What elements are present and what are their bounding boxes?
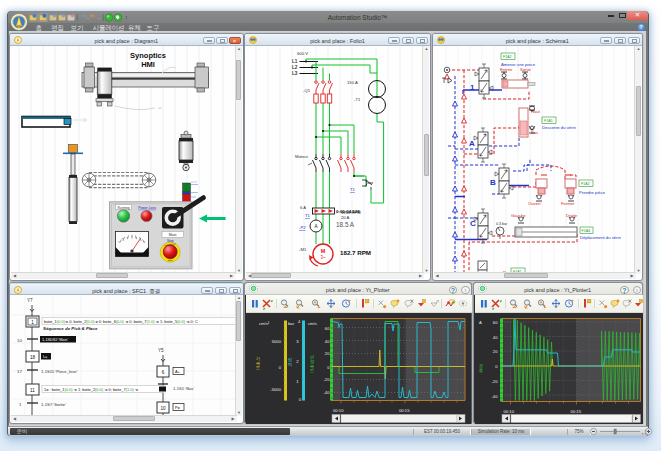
svg-text:6 A: 6 A xyxy=(300,205,306,210)
svg-text:3~: 3~ xyxy=(320,255,326,260)
svg-text:1: 1 xyxy=(470,83,475,92)
svg-text:00:15: 00:15 xyxy=(399,408,410,413)
svg-text:40: 40 xyxy=(325,338,330,343)
svg-text:L3: L3 xyxy=(292,71,298,76)
svg-text:A: A xyxy=(479,320,482,325)
svg-text:40: 40 xyxy=(492,334,497,339)
svg-text:F1A4: F1A4 xyxy=(581,229,590,233)
svg-text:60: 60 xyxy=(325,326,330,331)
svg-text:-T1: -T1 xyxy=(354,97,361,102)
svg-text:20 A: 20 A xyxy=(341,215,350,220)
svg-text:Ouvert: Ouvert xyxy=(528,201,541,206)
svg-text:18.5 A: 18.5 A xyxy=(336,221,355,228)
svg-text:20: 20 xyxy=(492,349,497,354)
svg-text:6: 6 xyxy=(162,369,165,374)
svg-text:Séquence de Pick & Place: Séquence de Pick & Place xyxy=(43,325,98,330)
svg-text:Fermer: Fermer xyxy=(561,201,575,206)
svg-text:Y5: Y5 xyxy=(158,348,164,353)
svg-text:0.3 bar: 0.3 bar xyxy=(496,222,508,226)
svg-text:1-1S11:'Piece_leve': 1-1S11:'Piece_leve' xyxy=(41,368,78,373)
svg-text:Entrée: Entrée xyxy=(500,67,513,72)
svg-text:Moteur: Moteur xyxy=(295,154,309,159)
svg-text:Synoptics: Synoptics xyxy=(130,51,166,60)
svg-text:P=: P= xyxy=(175,405,181,410)
svg-text:00:10: 00:10 xyxy=(503,409,514,414)
svg-text:1-1S7:'Sortie': 1-1S7:'Sortie' xyxy=(41,401,66,406)
svg-text:1: 1 xyxy=(31,320,34,325)
svg-text:1-1SDS2:'Main': 1-1SDS2:'Main' xyxy=(42,338,68,342)
svg-text:5000: 5000 xyxy=(272,338,282,343)
svg-text:가속도: 가속도 xyxy=(255,353,261,370)
svg-text:HMI: HMI xyxy=(141,60,155,69)
svg-text:17: 17 xyxy=(17,368,22,373)
svg-text:T1: T1 xyxy=(305,213,311,218)
svg-text:T1: T1 xyxy=(350,187,356,192)
svg-text:선형속도: 선형속도 xyxy=(309,351,315,373)
svg-text:Y7: Y7 xyxy=(27,298,33,303)
svg-text:L1: L1 xyxy=(292,59,298,64)
svg-text:Prendre pièce: Prendre pièce xyxy=(579,190,606,195)
svg-text:-20: -20 xyxy=(491,378,498,383)
svg-text:boite_1(0.0):= 0; boite_2(0.0): boite_1(0.0):= 0; boite_2(0.0):= 0; boit… xyxy=(44,318,198,323)
svg-text:-5000: -5000 xyxy=(270,386,281,391)
svg-text:10: 10 xyxy=(17,337,22,342)
svg-text:Power Loss: Power Loss xyxy=(138,205,156,209)
svg-text:B: B xyxy=(490,178,496,187)
svg-text:M: M xyxy=(321,248,326,254)
svg-text:1-1S1:'Bas': 1-1S1:'Bas' xyxy=(173,386,194,391)
svg-text:10: 10 xyxy=(160,405,166,410)
svg-text:150 A: 150 A xyxy=(347,80,358,85)
svg-text:00:15: 00:15 xyxy=(570,409,581,414)
svg-text:Descente du vérin: Descente du vérin xyxy=(542,125,576,130)
svg-text:F1A2: F1A2 xyxy=(503,55,512,59)
svg-text:-P2: -P2 xyxy=(299,225,306,230)
svg-text:-40: -40 xyxy=(491,393,498,398)
svg-text:18: 18 xyxy=(30,354,36,359)
svg-text:bar: bar xyxy=(288,321,295,326)
svg-text:cm/s: cm/s xyxy=(308,321,317,326)
svg-text:1= : boite_1(0.0) := 1; boite_: 1= : boite_1(0.0) := 1; boite_2(0.0) := … xyxy=(44,386,139,391)
svg-text:A+: A+ xyxy=(175,369,181,374)
svg-text:F1A2: F1A2 xyxy=(581,182,590,186)
svg-text:-20: -20 xyxy=(323,377,330,382)
svg-text:Déplacement du vérin: Déplacement du vérin xyxy=(580,234,621,239)
svg-text:Running: Running xyxy=(118,205,130,209)
svg-text:60: 60 xyxy=(492,320,497,325)
svg-text:Main: Main xyxy=(169,233,177,237)
svg-text:0:00:04.528: 0:00:04.528 xyxy=(336,209,360,214)
svg-text:11: 11 xyxy=(30,387,35,392)
svg-text:-40: -40 xyxy=(323,389,330,394)
svg-text:Sortie: Sortie xyxy=(520,67,532,72)
svg-text:F1A5: F1A5 xyxy=(544,119,553,123)
svg-text:STOP: STOP xyxy=(168,258,174,260)
svg-text:-Q1: -Q1 xyxy=(303,88,311,93)
svg-text:L2: L2 xyxy=(292,65,298,70)
svg-text:-M1: -M1 xyxy=(299,247,307,252)
svg-text:600 V: 600 V xyxy=(297,51,308,56)
svg-text:A: A xyxy=(469,139,475,148)
svg-text:182.7 RPM: 182.7 RPM xyxy=(340,249,371,256)
svg-text:cm/s²: cm/s² xyxy=(259,321,270,326)
svg-text:00:10: 00:10 xyxy=(333,408,344,413)
svg-text:C: C xyxy=(470,219,476,228)
svg-text:20: 20 xyxy=(325,351,330,356)
